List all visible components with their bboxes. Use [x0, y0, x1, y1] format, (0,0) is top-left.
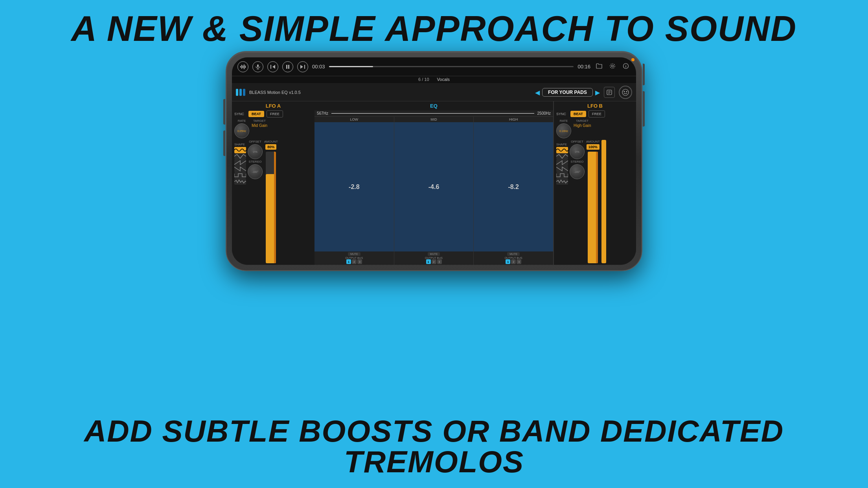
lfo-a-shape-random[interactable] [234, 178, 246, 185]
eq-band-high-mute[interactable]: MUTE [507, 252, 520, 256]
plugin-logo [236, 89, 245, 96]
svg-point-24 [626, 91, 627, 92]
lfo-b-panel: LFO B SYNC BEAT FREE RATE [554, 101, 636, 265]
lfo-b-shape-ramp[interactable] [556, 166, 568, 172]
lfo-b-offset-label: OFFSET [571, 140, 583, 143]
pause-icon[interactable] [282, 61, 293, 72]
lfo-a-shape-saw[interactable] [234, 160, 246, 166]
svg-rect-0 [240, 66, 241, 68]
lfo-a-shape-ramp[interactable] [234, 166, 246, 172]
eq-band-low-mute[interactable]: MUTE [348, 252, 360, 256]
lfo-a-rate-knob[interactable]: 0.05Hz [234, 123, 249, 138]
lfo-b-bottom-row: SHAPE [556, 140, 634, 263]
track-info-row: 6 / 10 Vocals [232, 76, 636, 84]
eq-band-low-bus-2[interactable]: 2 [352, 259, 357, 264]
lfo-b-free-btn[interactable]: FREE [588, 110, 605, 117]
lfo-b-shape-sine[interactable] [556, 147, 568, 153]
eq-band-low-bus-3[interactable]: 3 [357, 259, 362, 264]
lfo-b-rate-value: 0.16Hz [559, 130, 568, 132]
eq-freq-high: 2500Hz [537, 111, 551, 116]
lfo-a-controls-row: RATE 0.05Hz TARGET Mid Gain [234, 119, 312, 138]
lfo-a-beat-btn[interactable]: BEAT [248, 111, 264, 117]
eq-band-high-value-area: -8.2 [474, 122, 553, 251]
logo-bar-2 [239, 89, 242, 96]
time-total: 00:16 [577, 64, 590, 70]
info-icon[interactable]: i [621, 62, 631, 71]
eq-band-mid[interactable]: MID -4.6 MUTE OUTPUT BUS 1 2 [394, 117, 474, 265]
app-interface: 00:03 00:16 [232, 57, 636, 265]
lfo-b-offset-knob[interactable]: 0% [570, 144, 585, 159]
lfo-b-amount-value: 100% [587, 144, 600, 150]
eq-band-mid-bus-2[interactable]: 2 [432, 259, 436, 264]
lfo-b-amount-label: AMOUNT [586, 140, 600, 143]
svg-text:i: i [625, 64, 627, 68]
eq-band-high-bus-2[interactable]: 2 [511, 259, 516, 264]
midi-icon[interactable] [619, 86, 632, 99]
lfo-a-shape-label: SHAPE [234, 143, 245, 146]
preset-prev-arrow[interactable]: ◀ [535, 89, 540, 96]
eq-band-low-footer: MUTE OUTPUT BUS 1 2 3 [314, 251, 394, 265]
preset-navigator: ◀ FOR YOUR PADS ▶ [535, 88, 600, 97]
eq-band-low-bus-nums: 1 2 3 [346, 259, 362, 264]
eq-band-mid-mute[interactable]: MUTE [428, 252, 440, 256]
lfo-b-rate-col: RATE 0.16Hz [556, 119, 571, 138]
progress-bar[interactable] [329, 66, 574, 67]
lfo-a-shape-square[interactable] [234, 172, 246, 178]
lfo-b-amount-slider[interactable] [588, 152, 598, 263]
lfo-a-shape-sine[interactable] [234, 147, 246, 153]
preset-name-box[interactable]: FOR YOUR PADS [542, 88, 593, 97]
lfo-b-shape-saw[interactable] [556, 160, 568, 166]
svg-rect-10 [286, 65, 287, 69]
lfo-b-stereo-knob[interactable]: -180° [570, 164, 585, 179]
lfo-b-rate-knob[interactable]: 0.16Hz [556, 123, 571, 138]
lfo-b-beat-btn[interactable]: BEAT [570, 111, 586, 117]
eq-band-high-bus-1[interactable]: 1 [506, 259, 510, 264]
eq-band-low-bus-1[interactable]: 1 [346, 259, 351, 264]
waveform-icon[interactable] [237, 61, 248, 72]
progress-fill [329, 66, 373, 67]
lfo-a-title: LFO A [234, 103, 312, 109]
track-name: Vocals [437, 77, 450, 82]
lfo-a-sync-row: SYNC BEAT FREE [234, 110, 312, 117]
lfo-a-offset-label: OFFSET [249, 140, 261, 143]
lfo-a-bottom-row: SHAPE [234, 140, 312, 263]
svg-rect-11 [288, 65, 289, 69]
lfo-a-amount-col: AMOUNT 80% [264, 140, 278, 263]
svg-rect-3 [244, 64, 245, 69]
time-current: 00:03 [312, 64, 325, 70]
notification-dot [631, 58, 634, 61]
eq-band-mid-bus-1[interactable]: 1 [426, 259, 431, 264]
preset-next-arrow[interactable]: ▶ [595, 89, 600, 96]
svg-rect-1 [241, 65, 242, 69]
lfo-a-stereo-knob[interactable]: -180° [248, 164, 263, 179]
lfo-a-amount-slider[interactable] [266, 152, 276, 263]
lfo-a-stereo-label: STEREO [249, 160, 262, 163]
lfo-a-target-col: TARGET Mid Gain [252, 119, 267, 128]
skip-forward-icon[interactable] [297, 61, 308, 72]
eq-band-high-bus-3[interactable]: 3 [517, 259, 521, 264]
preset-options-icon[interactable] [604, 87, 615, 98]
lfo-a-shape-tri[interactable] [234, 153, 246, 160]
lfo-b-accent-bar [596, 152, 598, 263]
lfo-b-offset-value: 0% [575, 150, 579, 154]
lfo-b-shape-random[interactable] [556, 178, 568, 185]
eq-band-high[interactable]: HIGH -8.2 MUTE OUTPUT BUS 1 2 [474, 117, 553, 265]
eq-band-mid-bus-nums: 1 2 3 [426, 259, 442, 264]
mic-icon[interactable] [252, 61, 263, 72]
eq-band-mid-value: -4.6 [428, 183, 440, 191]
lfo-a-free-btn[interactable]: FREE [267, 110, 283, 117]
lfo-a-offset-knob[interactable]: 0% [248, 144, 263, 159]
eq-band-mid-bus-3[interactable]: 3 [437, 259, 442, 264]
power-button [643, 64, 645, 85]
svg-rect-4 [245, 66, 246, 68]
eq-freq-divider [331, 113, 534, 114]
lfo-a-rate-label: RATE [238, 119, 246, 123]
lfo-b-shape-tri[interactable] [556, 153, 568, 160]
folder-icon[interactable] [594, 62, 604, 71]
eq-band-low[interactable]: LOW -2.8 MUTE OUTPUT BUS 1 2 [314, 117, 394, 265]
lfo-a-sync-label: SYNC [234, 112, 246, 116]
eq-band-low-value-area: -2.8 [314, 122, 394, 251]
skip-back-icon[interactable] [267, 61, 278, 72]
settings-icon[interactable] [608, 62, 617, 71]
lfo-b-shape-square[interactable] [556, 172, 568, 178]
